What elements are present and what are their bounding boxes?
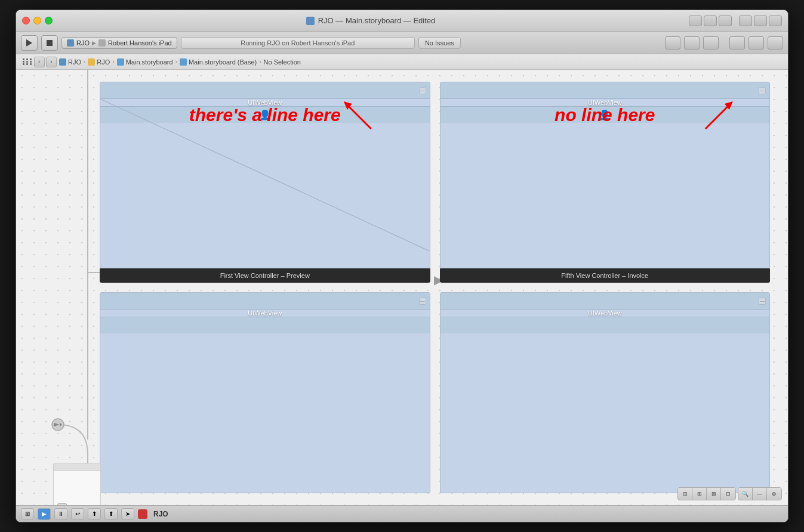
version-view-btn[interactable]: [719, 16, 732, 26]
inspector-toggle-btn[interactable]: [769, 16, 782, 26]
no-issues-button[interactable]: No Issues: [418, 37, 461, 49]
fourth-vc-minimize[interactable]: —: [759, 298, 766, 305]
bottom-tools: ⊟ ⊞ ⊠ ⊡ 🔍 — ⊕: [677, 487, 782, 500]
fifth-vc-frame[interactable]: — no line here: [440, 82, 771, 268]
third-vc-top-bar: —: [100, 293, 430, 310]
app-icon: [138, 509, 147, 519]
status-btn-3[interactable]: ⏸: [54, 508, 67, 520]
maximize-button[interactable]: [45, 17, 53, 24]
small-vc-btn[interactable]: ▶: [57, 503, 67, 505]
zoom-separator: —: [753, 488, 767, 500]
third-vc-bottom-bar: [100, 317, 430, 333]
file-icon: [306, 17, 315, 25]
person-icon-2: 👤: [599, 109, 611, 120]
third-vc-label: UIWebView: [248, 310, 282, 317]
first-vc-top-bar: —: [100, 82, 430, 99]
fifth-vc-label: UIWebView: [588, 99, 622, 106]
canvas[interactable]: ▶ ▶ —: [16, 70, 788, 505]
breadcrumb-item-3[interactable]: Main.storyboard: [117, 58, 173, 66]
small-vc-thumbnail[interactable]: ▶: [53, 463, 101, 505]
fourth-vc-top-bar: —: [440, 293, 770, 310]
zoom-out-btn[interactable]: 🔍: [738, 488, 753, 500]
status-bar: ⊞ ▶ ⏸ ↩ ⬆ ⬆ ➤ RJO: [16, 505, 788, 522]
view-buttons: [689, 16, 782, 26]
status-btn-4[interactable]: ↩: [71, 508, 84, 520]
app-name: RJO: [153, 510, 168, 518]
align-tools: ⊟ ⊞ ⊠ ⊡: [677, 487, 736, 500]
forward-button[interactable]: ›: [46, 57, 57, 67]
third-vc-minimize[interactable]: —: [419, 298, 426, 305]
align-left-btn[interactable]: ⊟: [678, 488, 692, 500]
breadcrumb-sep-1: ›: [84, 58, 85, 65]
status-btn-5[interactable]: ⬆: [88, 508, 101, 520]
split-btn-1[interactable]: [729, 36, 745, 50]
breadcrumb-rjo-2: RJO: [97, 58, 110, 66]
status-btn-1[interactable]: ⊞: [21, 508, 34, 520]
person-icon-1: 👤: [259, 109, 271, 120]
vc-grid: — there's a line here: [16, 70, 788, 505]
main-content: ▶ ▶ —: [16, 70, 788, 505]
titlebar-right: [689, 16, 782, 26]
first-vc-bottom-bar: 👤: [100, 106, 430, 123]
breadcrumb-rjo-1: RJO: [68, 58, 81, 66]
layout-btn-3[interactable]: [703, 36, 719, 50]
toolbar: RJO ▶ Robert Hanson's iPad Running RJO o…: [16, 32, 788, 54]
fourth-vc-frame[interactable]: — UIWebView: [440, 292, 771, 493]
layout-btn-1[interactable]: [665, 36, 680, 50]
zoom-in-btn[interactable]: ⊕: [767, 488, 781, 500]
zoom-tools: 🔍 — ⊕: [738, 487, 782, 500]
breadcrumb-main-storyboard: Main.storyboard: [126, 58, 173, 66]
grid-menu-icon[interactable]: [21, 57, 32, 67]
fourth-vc-label: UIWebView: [588, 310, 622, 317]
breadcrumb-item-2[interactable]: RJO: [88, 58, 110, 66]
first-vc-label: UIWebView: [248, 99, 282, 106]
first-vc-title: First View Controller – Preview: [100, 268, 430, 283]
play-icon: [26, 39, 32, 47]
titlebar-center: RJO — Main.storyboard — Edited: [57, 16, 684, 25]
layout-btn-2[interactable]: [684, 36, 700, 50]
stop-button[interactable]: [41, 35, 58, 51]
split-btn-3[interactable]: [768, 36, 783, 50]
first-vc-minimize[interactable]: —: [419, 87, 426, 94]
status-btn-6[interactable]: ⬆: [104, 508, 118, 520]
traffic-lights: [22, 17, 53, 24]
breadcrumb-main-storyboard-base: Main.storyboard (Base): [189, 58, 257, 66]
breadcrumb-item-1[interactable]: RJO: [59, 58, 81, 66]
first-vc-container: — there's a line here: [100, 82, 430, 283]
run-label: Running RJO on Robert Hanson's iPad: [181, 37, 415, 49]
breadcrumb-item-4[interactable]: Main.storyboard (Base): [180, 58, 257, 66]
debug-toggle-btn[interactable]: [754, 16, 767, 26]
align-right-btn[interactable]: ⊠: [707, 488, 721, 500]
titlebar: RJO — Main.storyboard — Edited: [16, 10, 788, 32]
window-title: RJO — Main.storyboard — Edited: [318, 16, 436, 25]
chevron-right-icon: ▶: [92, 40, 96, 46]
canvas-grid: ▶ ▶ —: [16, 70, 788, 505]
align-center-btn[interactable]: ⊞: [692, 488, 707, 500]
third-vc-content: UIWebView: [100, 310, 430, 317]
breadcrumb-no-selection: No Selection: [264, 58, 301, 66]
minimize-button[interactable]: [33, 17, 41, 24]
fifth-vc-minimize[interactable]: —: [759, 87, 766, 94]
status-btn-7[interactable]: ➤: [121, 508, 134, 520]
scheme-selector[interactable]: RJO ▶ Robert Hanson's iPad: [61, 37, 177, 49]
storyboard-base-icon: [180, 58, 187, 66]
device-icon: [98, 39, 106, 47]
align-fit-btn[interactable]: ⊡: [721, 488, 735, 500]
first-vc-frame[interactable]: — there's a line here: [100, 82, 430, 268]
third-vc-frame[interactable]: — UIWebView: [100, 292, 430, 493]
play-button[interactable]: [21, 35, 38, 51]
breadcrumb-sep-2: ›: [112, 58, 114, 65]
back-button[interactable]: ‹: [34, 57, 45, 67]
assistant-view-btn[interactable]: [704, 16, 717, 26]
scheme-name: RJO: [76, 39, 90, 47]
navigator-toggle-btn[interactable]: [739, 16, 752, 26]
device-name: Robert Hanson's iPad: [108, 39, 172, 47]
fifth-vc-content: no line here UIWebView: [440, 99, 770, 106]
close-button[interactable]: [22, 17, 30, 24]
folder-icon: [88, 58, 95, 66]
storyboard-icon: [117, 58, 124, 66]
split-btn-2[interactable]: [748, 36, 764, 50]
scheme-icon: [67, 39, 74, 47]
editor-view-btn[interactable]: [689, 16, 702, 26]
status-btn-2[interactable]: ▶: [38, 508, 51, 520]
